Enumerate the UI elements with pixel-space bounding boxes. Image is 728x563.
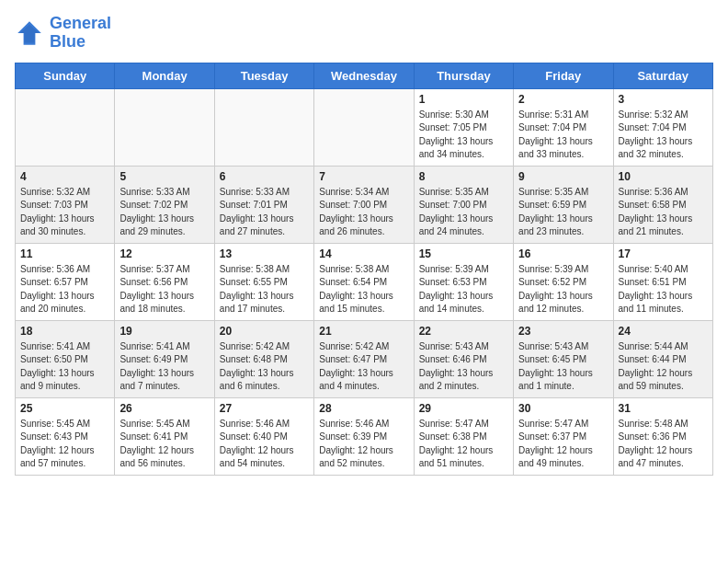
day-number: 19	[119, 325, 209, 338]
logo-general: General	[50, 14, 111, 32]
day-info: Sunrise: 5:32 AM Sunset: 7:04 PM Dayligh…	[619, 109, 708, 162]
weekday-header-friday: Friday	[514, 63, 613, 88]
day-info: Sunrise: 5:37 AM Sunset: 6:56 PM Dayligh…	[119, 263, 209, 316]
day-info: Sunrise: 5:42 AM Sunset: 6:48 PM Dayligh…	[220, 340, 309, 394]
day-number: 7	[319, 170, 408, 183]
calendar-cell: 27Sunrise: 5:46 AM Sunset: 6:40 PM Dayli…	[214, 397, 313, 475]
calendar-cell: 25Sunrise: 5:45 AM Sunset: 6:43 PM Dayli…	[16, 397, 115, 475]
day-number: 22	[419, 325, 508, 338]
calendar-cell: 15Sunrise: 5:39 AM Sunset: 6:53 PM Dayli…	[414, 243, 513, 320]
day-number: 5	[119, 170, 209, 183]
day-number: 1	[419, 93, 508, 106]
calendar-cell	[214, 88, 313, 166]
day-info: Sunrise: 5:41 AM Sunset: 6:50 PM Dayligh…	[20, 340, 109, 394]
day-number: 2	[518, 93, 608, 106]
calendar-row-3: 18Sunrise: 5:41 AM Sunset: 6:50 PM Dayli…	[16, 320, 713, 397]
day-number: 10	[619, 170, 708, 183]
day-number: 27	[220, 402, 309, 415]
calendar-cell: 21Sunrise: 5:42 AM Sunset: 6:47 PM Dayli…	[314, 320, 414, 397]
calendar-cell: 23Sunrise: 5:43 AM Sunset: 6:45 PM Dayli…	[514, 320, 613, 397]
day-number: 6	[220, 170, 309, 183]
day-info: Sunrise: 5:47 AM Sunset: 6:37 PM Dayligh…	[518, 418, 608, 471]
calendar-row-2: 11Sunrise: 5:36 AM Sunset: 6:57 PM Dayli…	[16, 243, 713, 320]
day-info: Sunrise: 5:43 AM Sunset: 6:45 PM Dayligh…	[518, 340, 608, 394]
day-number: 12	[119, 247, 209, 260]
day-number: 14	[319, 247, 408, 260]
day-info: Sunrise: 5:46 AM Sunset: 6:40 PM Dayligh…	[220, 418, 309, 471]
day-info: Sunrise: 5:33 AM Sunset: 7:01 PM Dayligh…	[220, 186, 309, 239]
calendar-cell: 29Sunrise: 5:47 AM Sunset: 6:38 PM Dayli…	[414, 397, 513, 475]
day-number: 13	[220, 247, 309, 260]
day-number: 26	[119, 402, 209, 415]
weekday-header-row: SundayMondayTuesdayWednesdayThursdayFrid…	[16, 63, 713, 88]
day-info: Sunrise: 5:36 AM Sunset: 6:58 PM Dayligh…	[619, 186, 708, 239]
day-info: Sunrise: 5:40 AM Sunset: 6:51 PM Dayligh…	[619, 263, 708, 316]
day-number: 8	[419, 170, 508, 183]
day-info: Sunrise: 5:46 AM Sunset: 6:39 PM Dayligh…	[319, 418, 408, 471]
day-info: Sunrise: 5:30 AM Sunset: 7:05 PM Dayligh…	[419, 109, 508, 162]
weekday-header-monday: Monday	[115, 63, 214, 88]
day-info: Sunrise: 5:35 AM Sunset: 7:00 PM Dayligh…	[419, 186, 508, 239]
logo-text: General Blue	[50, 15, 111, 52]
day-info: Sunrise: 5:38 AM Sunset: 6:54 PM Dayligh…	[319, 263, 408, 316]
day-number: 17	[619, 247, 708, 260]
calendar-row-0: 1Sunrise: 5:30 AM Sunset: 7:05 PM Daylig…	[16, 88, 713, 166]
logo: General Blue	[15, 15, 111, 52]
svg-marker-1	[20, 24, 40, 42]
calendar-cell: 20Sunrise: 5:42 AM Sunset: 6:48 PM Dayli…	[214, 320, 313, 397]
day-number: 3	[619, 93, 708, 106]
calendar-cell: 14Sunrise: 5:38 AM Sunset: 6:54 PM Dayli…	[314, 243, 414, 320]
logo-icon	[15, 18, 44, 48]
day-info: Sunrise: 5:38 AM Sunset: 6:55 PM Dayligh…	[220, 263, 309, 316]
calendar-cell: 13Sunrise: 5:38 AM Sunset: 6:55 PM Dayli…	[214, 243, 313, 320]
calendar-cell: 7Sunrise: 5:34 AM Sunset: 7:00 PM Daylig…	[314, 166, 414, 243]
day-info: Sunrise: 5:47 AM Sunset: 6:38 PM Dayligh…	[419, 418, 508, 471]
day-number: 16	[518, 247, 608, 260]
day-info: Sunrise: 5:33 AM Sunset: 7:02 PM Dayligh…	[119, 186, 209, 239]
day-number: 20	[220, 325, 309, 338]
day-number: 25	[20, 402, 109, 415]
weekday-header-wednesday: Wednesday	[314, 63, 414, 88]
day-number: 31	[619, 402, 708, 415]
calendar-cell: 2Sunrise: 5:31 AM Sunset: 7:04 PM Daylig…	[514, 88, 613, 166]
calendar-cell: 11Sunrise: 5:36 AM Sunset: 6:57 PM Dayli…	[16, 243, 115, 320]
day-info: Sunrise: 5:36 AM Sunset: 6:57 PM Dayligh…	[20, 263, 109, 316]
logo-blue: Blue	[50, 32, 85, 51]
day-number: 4	[20, 170, 109, 183]
calendar-cell: 24Sunrise: 5:44 AM Sunset: 6:44 PM Dayli…	[613, 320, 712, 397]
day-info: Sunrise: 5:39 AM Sunset: 6:53 PM Dayligh…	[419, 263, 508, 316]
calendar-cell	[314, 88, 414, 166]
day-info: Sunrise: 5:42 AM Sunset: 6:47 PM Dayligh…	[319, 340, 408, 394]
calendar-cell: 31Sunrise: 5:48 AM Sunset: 6:36 PM Dayli…	[613, 397, 712, 475]
calendar-cell: 10Sunrise: 5:36 AM Sunset: 6:58 PM Dayli…	[613, 166, 712, 243]
day-info: Sunrise: 5:45 AM Sunset: 6:43 PM Dayligh…	[20, 418, 109, 471]
calendar-cell: 18Sunrise: 5:41 AM Sunset: 6:50 PM Dayli…	[16, 320, 115, 397]
day-info: Sunrise: 5:31 AM Sunset: 7:04 PM Dayligh…	[518, 109, 608, 162]
calendar-cell: 16Sunrise: 5:39 AM Sunset: 6:52 PM Dayli…	[514, 243, 613, 320]
calendar-cell: 19Sunrise: 5:41 AM Sunset: 6:49 PM Dayli…	[115, 320, 214, 397]
calendar-cell: 8Sunrise: 5:35 AM Sunset: 7:00 PM Daylig…	[414, 166, 513, 243]
day-number: 15	[419, 247, 508, 260]
day-number: 30	[518, 402, 608, 415]
weekday-header-sunday: Sunday	[16, 63, 115, 88]
calendar-cell: 3Sunrise: 5:32 AM Sunset: 7:04 PM Daylig…	[613, 88, 712, 166]
day-info: Sunrise: 5:48 AM Sunset: 6:36 PM Dayligh…	[619, 418, 708, 471]
calendar-cell: 4Sunrise: 5:32 AM Sunset: 7:03 PM Daylig…	[16, 166, 115, 243]
day-info: Sunrise: 5:45 AM Sunset: 6:41 PM Dayligh…	[119, 418, 209, 471]
calendar-cell: 6Sunrise: 5:33 AM Sunset: 7:01 PM Daylig…	[214, 166, 313, 243]
day-info: Sunrise: 5:32 AM Sunset: 7:03 PM Dayligh…	[20, 186, 109, 239]
day-number: 29	[419, 402, 508, 415]
calendar-cell: 22Sunrise: 5:43 AM Sunset: 6:46 PM Dayli…	[414, 320, 513, 397]
calendar-cell: 30Sunrise: 5:47 AM Sunset: 6:37 PM Dayli…	[514, 397, 613, 475]
calendar-cell: 12Sunrise: 5:37 AM Sunset: 6:56 PM Dayli…	[115, 243, 214, 320]
day-number: 21	[319, 325, 408, 338]
calendar-cell: 5Sunrise: 5:33 AM Sunset: 7:02 PM Daylig…	[115, 166, 214, 243]
calendar-row-4: 25Sunrise: 5:45 AM Sunset: 6:43 PM Dayli…	[16, 397, 713, 475]
day-number: 28	[319, 402, 408, 415]
day-number: 11	[20, 247, 109, 260]
calendar-cell	[16, 88, 115, 166]
calendar-cell	[115, 88, 214, 166]
calendar-cell: 1Sunrise: 5:30 AM Sunset: 7:05 PM Daylig…	[414, 88, 513, 166]
calendar-cell: 26Sunrise: 5:45 AM Sunset: 6:41 PM Dayli…	[115, 397, 214, 475]
calendar-cell: 28Sunrise: 5:46 AM Sunset: 6:39 PM Dayli…	[314, 397, 414, 475]
